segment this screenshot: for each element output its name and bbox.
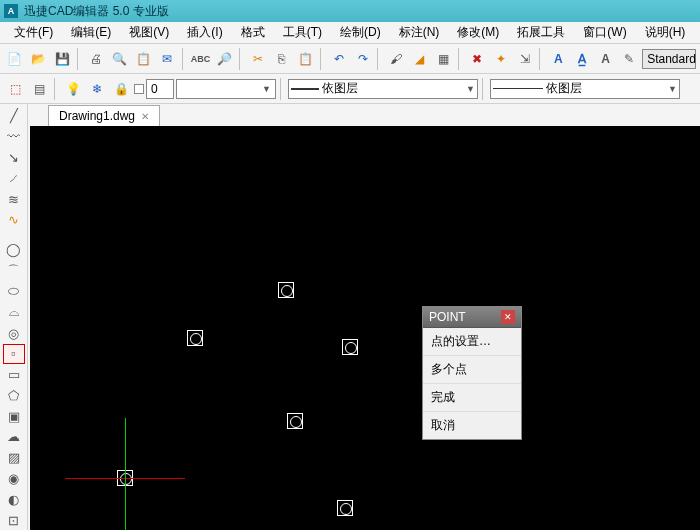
- lineweight-combo[interactable]: 依图层 ▼: [490, 79, 680, 99]
- eraser-icon[interactable]: ◢: [409, 48, 431, 70]
- open-icon[interactable]: 📂: [28, 48, 50, 70]
- style-combo[interactable]: Standard: [642, 49, 696, 69]
- spellcheck-icon[interactable]: ABC: [190, 48, 212, 70]
- undo-icon[interactable]: ↶: [328, 48, 350, 70]
- copy-icon[interactable]: ⎘: [271, 48, 293, 70]
- document-icon[interactable]: 📋: [132, 48, 154, 70]
- ellipse-arc-icon[interactable]: ⌓: [3, 302, 25, 322]
- layer-name-combo[interactable]: ▼: [176, 79, 276, 99]
- separator: [482, 78, 486, 100]
- menu-draw[interactable]: 绘制(D): [332, 22, 389, 43]
- point-icon[interactable]: ▫: [3, 344, 25, 364]
- separator: [320, 48, 324, 70]
- paste-icon[interactable]: 📋: [294, 48, 316, 70]
- cancel-icon[interactable]: ✖: [466, 48, 488, 70]
- lineweight-text: 依图层: [546, 80, 582, 97]
- multiline-icon[interactable]: ≋: [3, 189, 25, 209]
- linetype-text: 依图层: [322, 80, 358, 97]
- crosshair-vertical: [125, 418, 126, 530]
- context-item-multiple[interactable]: 多个点: [423, 356, 521, 384]
- layer-props-icon[interactable]: ▤: [28, 78, 50, 100]
- context-title-text: POINT: [429, 310, 466, 324]
- line-icon[interactable]: ╱: [3, 106, 25, 126]
- preview-icon[interactable]: 🔍: [109, 48, 131, 70]
- context-item-cancel[interactable]: 取消: [423, 412, 521, 439]
- ray-icon[interactable]: ↘: [3, 148, 25, 168]
- text-a1-icon[interactable]: A: [547, 48, 569, 70]
- color-swatch[interactable]: [134, 84, 144, 94]
- separator: [377, 48, 381, 70]
- text-a2-icon[interactable]: A̲: [571, 48, 593, 70]
- menu-modify[interactable]: 修改(M): [449, 22, 507, 43]
- toolbar-layers: ⬚ ▤ 💡 ❄ 🔒 ▼ 依图层 ▼ 依图层 ▼: [0, 74, 700, 104]
- cad-point[interactable]: [342, 339, 358, 355]
- layer-number-input[interactable]: [146, 79, 174, 99]
- close-icon[interactable]: ✕: [141, 111, 149, 122]
- menu-insert[interactable]: 插入(I): [179, 22, 230, 43]
- separator: [3, 231, 25, 239]
- text-edit-icon[interactable]: ✎: [618, 48, 640, 70]
- tab-drawing1[interactable]: Drawing1.dwg ✕: [48, 105, 160, 126]
- menu-dimension[interactable]: 标注(N): [391, 22, 448, 43]
- text-a3-icon[interactable]: A: [595, 48, 617, 70]
- new-icon[interactable]: 📄: [4, 48, 26, 70]
- cad-point[interactable]: [187, 330, 203, 346]
- menu-window[interactable]: 窗口(W): [575, 22, 634, 43]
- linetype-combo[interactable]: 依图层 ▼: [288, 79, 478, 99]
- menubar: 文件(F) 编辑(E) 视图(V) 插入(I) 格式 工具(T) 绘制(D) 标…: [0, 22, 700, 44]
- context-item-settings[interactable]: 点的设置…: [423, 328, 521, 356]
- menu-format[interactable]: 格式: [233, 22, 273, 43]
- context-item-done[interactable]: 完成: [423, 384, 521, 412]
- close-icon[interactable]: ✕: [501, 310, 515, 324]
- wipeout-icon[interactable]: ◐: [3, 489, 25, 509]
- chevron-down-icon: ▼: [668, 84, 677, 94]
- cad-point[interactable]: [337, 500, 353, 516]
- boundary-icon[interactable]: ▣: [3, 406, 25, 426]
- send-icon[interactable]: ✉: [156, 48, 178, 70]
- region-icon[interactable]: ◉: [3, 469, 25, 489]
- donut-icon[interactable]: ◎: [3, 323, 25, 343]
- separator: [239, 48, 243, 70]
- menu-tools[interactable]: 工具(T): [275, 22, 330, 43]
- spline-icon[interactable]: ∿: [3, 210, 25, 230]
- layer-manager-icon[interactable]: ⬚: [4, 78, 26, 100]
- menu-edit[interactable]: 编辑(E): [63, 22, 119, 43]
- cad-point[interactable]: [287, 413, 303, 429]
- paint-icon[interactable]: 🖌: [385, 48, 407, 70]
- tab-label: Drawing1.dwg: [59, 109, 135, 123]
- menu-view[interactable]: 视图(V): [121, 22, 177, 43]
- revision-cloud-icon[interactable]: ☁: [3, 427, 25, 447]
- circle-icon[interactable]: ◯: [3, 240, 25, 260]
- extract-icon[interactable]: ⇲: [514, 48, 536, 70]
- lock-icon[interactable]: 🔒: [110, 78, 132, 100]
- menu-help[interactable]: 说明(H): [637, 22, 694, 43]
- tab-strip: Drawing1.dwg ✕: [28, 104, 700, 126]
- ellipse-icon[interactable]: ⬭: [3, 282, 25, 302]
- mask-icon[interactable]: ⊡: [3, 510, 25, 530]
- polyline-icon[interactable]: 〰: [3, 127, 25, 147]
- style-label: Standard: [647, 52, 696, 66]
- cut-icon[interactable]: ✂: [247, 48, 269, 70]
- polygon-icon[interactable]: ⬠: [3, 386, 25, 406]
- freeze-icon[interactable]: ❄: [86, 78, 108, 100]
- bulb-icon[interactable]: 💡: [62, 78, 84, 100]
- chevron-down-icon: ▼: [466, 84, 475, 94]
- app-icon: A: [4, 4, 18, 18]
- rectangle-icon[interactable]: ▭: [3, 365, 25, 385]
- grid-icon[interactable]: ▦: [433, 48, 455, 70]
- canvas[interactable]: POINT ✕ 点的设置… 多个点 完成 取消: [30, 126, 700, 530]
- menu-extend[interactable]: 拓展工具: [509, 22, 573, 43]
- context-titlebar[interactable]: POINT ✕: [423, 307, 521, 328]
- menu-file[interactable]: 文件(F): [6, 22, 61, 43]
- find-icon[interactable]: 🔎: [213, 48, 235, 70]
- hatch-icon[interactable]: ▨: [3, 448, 25, 468]
- cad-point[interactable]: [278, 282, 294, 298]
- print-icon[interactable]: 🖨: [85, 48, 107, 70]
- star-icon[interactable]: ✦: [490, 48, 512, 70]
- redo-icon[interactable]: ↷: [352, 48, 374, 70]
- xline-icon[interactable]: ⟋: [3, 168, 25, 188]
- arc-icon[interactable]: ⌒: [3, 261, 25, 281]
- draw-toolbar: ╱ 〰 ↘ ⟋ ≋ ∿ ◯ ⌒ ⬭ ⌓ ◎ ▫ ▭ ⬠ ▣ ☁ ▨ ◉ ◐ ⊡: [0, 104, 28, 530]
- save-icon[interactable]: 💾: [51, 48, 73, 70]
- titlebar: A 迅捷CAD编辑器 5.0 专业版: [0, 0, 700, 22]
